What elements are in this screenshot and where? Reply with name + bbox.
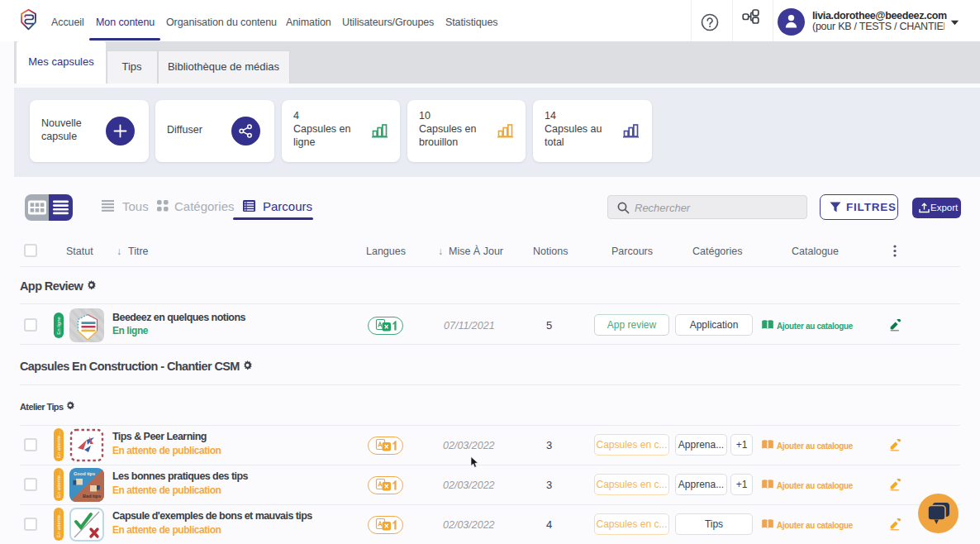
svg-text:Bad tips: Bad tips — [83, 494, 101, 499]
svg-text:Good tips: Good tips — [74, 471, 95, 476]
